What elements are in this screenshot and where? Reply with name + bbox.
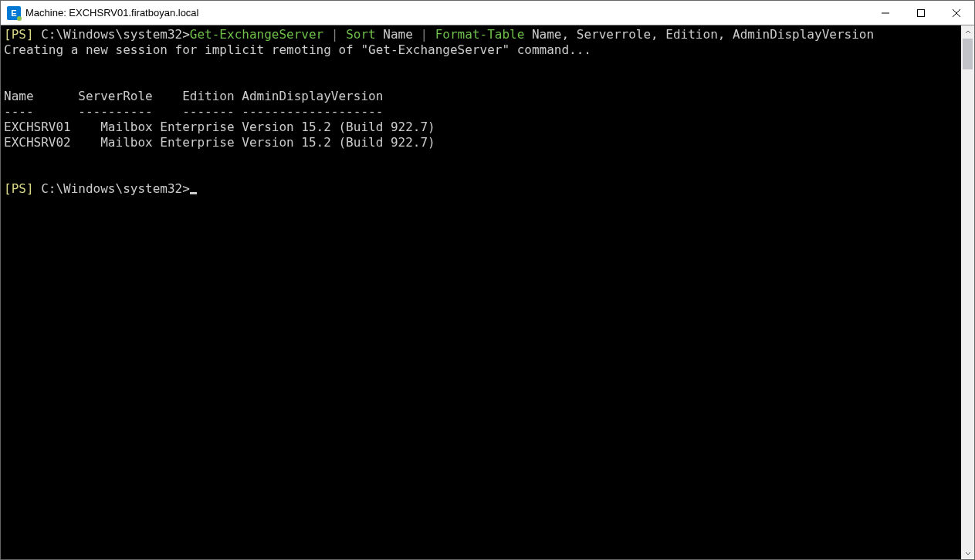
scroll-up-button[interactable] bbox=[961, 25, 974, 39]
ps-tag: [PS] bbox=[4, 181, 34, 196]
pipe2: | bbox=[420, 27, 435, 42]
format-table-args: Name, Serverrole, Edition, AdminDisplayV… bbox=[524, 27, 874, 42]
table-divider: ---- ---------- ------- ----------------… bbox=[4, 104, 383, 119]
window-titlebar: E Machine: EXCHSRV01.firatboyan.local bbox=[1, 1, 974, 25]
maximize-button[interactable] bbox=[903, 1, 939, 25]
cmdlet-get-exchangeserver: Get-ExchangeServer bbox=[190, 27, 323, 42]
close-icon bbox=[953, 9, 960, 17]
minimize-button[interactable] bbox=[868, 1, 903, 25]
prompt-path-text: C:\Windows\system32> bbox=[41, 181, 190, 196]
prompt-space bbox=[34, 181, 42, 196]
pipe1: | bbox=[323, 27, 346, 42]
minimize-icon bbox=[882, 9, 889, 17]
prompt-path bbox=[34, 27, 42, 42]
terminal-output[interactable]: [PS] C:\Windows\system32>Get-ExchangeSer… bbox=[1, 25, 961, 559]
app-icon: E bbox=[7, 6, 21, 20]
window-controls bbox=[868, 1, 974, 25]
vertical-scrollbar[interactable] bbox=[961, 25, 974, 559]
cmdlet-format-table: Format-Table bbox=[435, 27, 525, 42]
console-area: [PS] C:\Windows\system32>Get-ExchangeSer… bbox=[1, 25, 974, 559]
table-row: EXCHSRV01 Mailbox Enterprise Version 15.… bbox=[4, 120, 435, 134]
status-line: Creating a new session for implicit remo… bbox=[4, 42, 591, 57]
table-row: EXCHSRV02 Mailbox Enterprise Version 15.… bbox=[4, 135, 435, 150]
table-headers: Name ServerRole Edition AdminDisplayVers… bbox=[4, 89, 383, 103]
cmdlet-sort: Sort bbox=[346, 27, 376, 42]
scroll-thumb[interactable] bbox=[963, 39, 973, 69]
scroll-down-button[interactable] bbox=[961, 546, 974, 559]
close-button[interactable] bbox=[939, 1, 974, 25]
prompt-path-text: C:\Windows\system32> bbox=[41, 27, 190, 42]
chevron-up-icon bbox=[965, 29, 971, 35]
maximize-icon bbox=[917, 9, 925, 17]
chevron-down-icon bbox=[965, 550, 971, 556]
sort-arg: Name bbox=[376, 27, 421, 42]
window-title: Machine: EXCHSRV01.firatboyan.local bbox=[25, 7, 199, 19]
ps-tag: [PS] bbox=[4, 27, 34, 42]
svg-rect-1 bbox=[918, 9, 925, 16]
text-cursor bbox=[190, 192, 197, 194]
